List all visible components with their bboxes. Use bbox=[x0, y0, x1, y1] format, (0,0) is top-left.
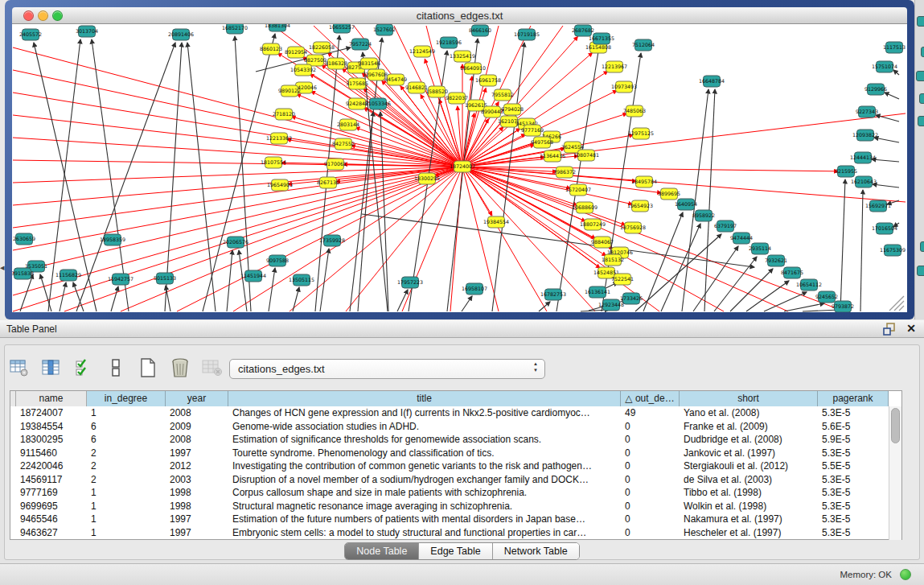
network-canvas[interactable]: 1872400788601238912954182260589827509105… bbox=[12, 24, 907, 312]
delete-trash-icon[interactable] bbox=[169, 356, 191, 379]
panel-collapse-arrow[interactable]: ◂ bbox=[0, 262, 5, 273]
network-node[interactable]: 10973493 bbox=[611, 81, 637, 93]
network-node[interactable]: 8860123 bbox=[260, 43, 282, 55]
network-node[interactable]: 17957223 bbox=[397, 277, 423, 288]
zoom-button[interactable] bbox=[52, 10, 63, 21]
network-node[interactable]: 1640954 bbox=[675, 199, 697, 210]
network-node[interactable]: 17016504 bbox=[872, 223, 897, 234]
column-header-in_degree[interactable]: in_degree bbox=[87, 391, 166, 406]
network-node[interactable]: 15942757 bbox=[108, 274, 133, 285]
memory-status-indicator[interactable] bbox=[900, 569, 911, 580]
vertical-scrollbar[interactable] bbox=[889, 406, 901, 540]
network-node[interactable]: 18107554 bbox=[261, 157, 286, 168]
table-row[interactable]: 946362711997Embryonic stem cells: a mode… bbox=[10, 526, 901, 540]
network-node[interactable]: 9884067 bbox=[591, 237, 614, 248]
network-node[interactable]: 13325419 bbox=[450, 51, 475, 62]
network-node[interactable]: 8958922 bbox=[692, 210, 715, 221]
network-node[interactable]: 16210643 bbox=[851, 176, 877, 187]
row-height-icon[interactable] bbox=[105, 356, 127, 379]
network-node[interactable]: 7957224 bbox=[349, 39, 372, 50]
network-node[interactable]: 18381304 bbox=[265, 24, 290, 31]
network-node[interactable]: 15692971 bbox=[865, 200, 891, 212]
tab-node-table[interactable]: Node Table bbox=[345, 543, 419, 559]
network-node[interactable]: 8454749 bbox=[384, 74, 407, 85]
table-row[interactable]: 2242004622012Investigating the contribut… bbox=[10, 459, 901, 473]
network-node[interactable]: 5015133 bbox=[154, 273, 176, 284]
network-node[interactable]: 10655257 bbox=[329, 24, 355, 33]
network-node[interactable]: 16648784 bbox=[699, 76, 725, 87]
network-node[interactable]: 2687682 bbox=[572, 25, 594, 36]
network-node[interactable]: 9146821 bbox=[405, 82, 428, 93]
network-node[interactable]: 19654923 bbox=[627, 200, 653, 212]
network-node[interactable]: 18495784 bbox=[631, 176, 657, 187]
network-node[interactable]: 8471675 bbox=[781, 267, 803, 278]
float-panel-icon[interactable] bbox=[883, 323, 897, 339]
network-node[interactable]: 8990443 bbox=[481, 106, 503, 117]
network-node[interactable]: 9777169 bbox=[521, 125, 544, 136]
network-node[interactable]: 11675309 bbox=[880, 245, 906, 256]
table-row[interactable]: 1830029562008Estimation of significance … bbox=[10, 433, 901, 447]
network-node[interactable]: 7512064 bbox=[632, 39, 655, 51]
network-node[interactable]: 2803144 bbox=[337, 119, 359, 130]
network-node[interactable]: 7485063 bbox=[623, 105, 646, 117]
network-node[interactable]: 15720407 bbox=[565, 184, 591, 196]
network-node[interactable]: 18756928 bbox=[620, 222, 646, 233]
close-button[interactable] bbox=[23, 10, 34, 21]
network-node[interactable]: 8215955 bbox=[835, 166, 857, 177]
minimize-button[interactable] bbox=[38, 10, 48, 21]
network-node[interactable]: 9129966 bbox=[864, 84, 887, 95]
network-node[interactable]: 2935114 bbox=[749, 243, 771, 254]
network-node[interactable]: 18226058 bbox=[309, 42, 335, 53]
network-node[interactable]: 19384554 bbox=[483, 216, 509, 228]
resize-grip[interactable] bbox=[889, 296, 904, 311]
network-node[interactable]: 7932621 bbox=[765, 255, 787, 266]
table-row[interactable]: 977716911998Corpus callosum shape and si… bbox=[10, 486, 901, 500]
close-panel-icon[interactable]: ✕ bbox=[906, 322, 916, 335]
tab-network-table[interactable]: Network Table bbox=[493, 543, 579, 559]
network-node[interactable]: 9097588 bbox=[266, 255, 289, 266]
table-row[interactable]: 1456911722003Disruption of a novel membe… bbox=[10, 473, 901, 487]
table-row[interactable]: 946554611997Estimation of the future num… bbox=[10, 513, 901, 526]
table-row[interactable]: 1872400712008Changes of HCN gene express… bbox=[10, 406, 901, 420]
network-node[interactable]: 9170061 bbox=[324, 159, 347, 170]
network-node[interactable]: 2630659 bbox=[13, 233, 35, 245]
network-node[interactable]: 1815132 bbox=[602, 254, 624, 266]
network-node[interactable]: 10719185 bbox=[514, 29, 540, 40]
network-node[interactable]: 8267130 bbox=[317, 177, 339, 188]
network-node[interactable]: 12124549 bbox=[409, 46, 435, 57]
network-node[interactable]: 18958359 bbox=[100, 234, 125, 245]
network-node[interactable]: 7986372 bbox=[553, 167, 576, 178]
column-header-pagerank[interactable]: pagerank bbox=[818, 391, 889, 406]
network-node[interactable]: 9474444 bbox=[730, 233, 753, 244]
table-row[interactable]: 911546021997Tourette syndrome. Phenomeno… bbox=[10, 447, 901, 460]
network-node[interactable]: 18640910 bbox=[460, 63, 486, 74]
network-node[interactable]: 3175685 bbox=[346, 78, 368, 89]
show-column-icon[interactable] bbox=[40, 356, 63, 379]
network-node[interactable]: 9793872 bbox=[832, 301, 854, 312]
network-node[interactable]: 9890122 bbox=[278, 85, 301, 97]
network-node[interactable]: 6497568 bbox=[531, 137, 553, 148]
network-node[interactable]: 2405572 bbox=[19, 29, 42, 40]
column-header-name[interactable]: name bbox=[16, 391, 87, 406]
network-node[interactable]: 6794028 bbox=[501, 104, 524, 115]
network-node[interactable]: 16958107 bbox=[462, 283, 487, 295]
network-node[interactable]: 12444134 bbox=[850, 152, 876, 163]
network-node[interactable]: 10654112 bbox=[796, 279, 822, 290]
select-rows-icon[interactable] bbox=[72, 356, 95, 379]
column-header-title[interactable]: title bbox=[228, 391, 621, 406]
network-node[interactable]: 12213967 bbox=[602, 61, 627, 72]
scrollbar-thumb[interactable] bbox=[891, 408, 900, 443]
network-node[interactable]: 8912954 bbox=[285, 47, 307, 58]
network-node[interactable]: 2718120 bbox=[273, 109, 295, 120]
network-node[interactable]: 16961758 bbox=[475, 75, 501, 86]
network-node[interactable]: 12975125 bbox=[628, 128, 654, 139]
network-node[interactable]: 8466160 bbox=[469, 25, 491, 36]
network-node[interactable]: 9245652 bbox=[815, 291, 838, 303]
network-node[interactable]: 8186328 bbox=[325, 58, 347, 69]
network-node[interactable]: 16852170 bbox=[222, 24, 248, 34]
tab-edge-table[interactable]: Edge Table bbox=[419, 543, 492, 559]
network-node[interactable]: 17359928 bbox=[319, 235, 345, 246]
network-node[interactable]: 9899695 bbox=[658, 188, 680, 200]
network-node[interactable]: 8427552 bbox=[332, 138, 355, 150]
table-mode-icon[interactable] bbox=[8, 356, 31, 379]
